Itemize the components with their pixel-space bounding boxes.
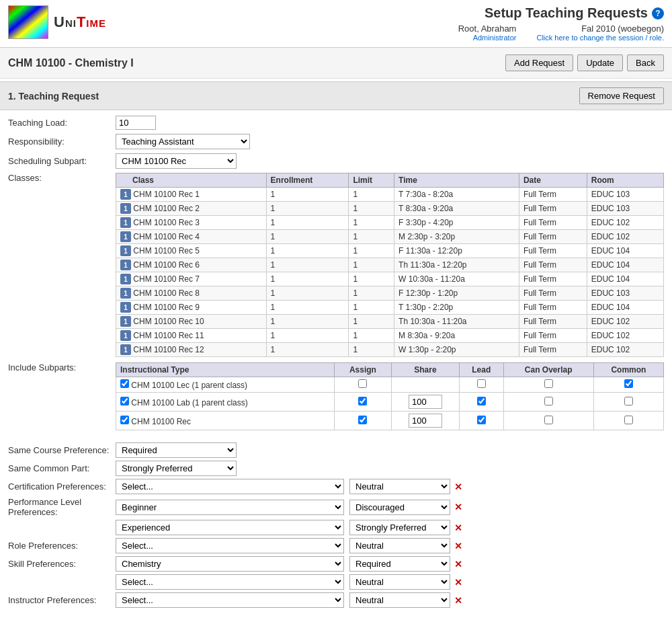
subpart-checkbox-lab[interactable] — [120, 397, 129, 405]
teaching-load-label: Teaching Load: — [8, 118, 116, 128]
subparts-table: Instructional Type Assign Share Lead Can… — [116, 362, 664, 430]
instructor-label: Instructor Preferences: — [8, 595, 116, 605]
table-row: 1 CHM 10100 Rec 10 1 1 Th 10:30a - 11:20… — [116, 315, 664, 329]
common-checkbox-lec[interactable] — [624, 379, 633, 388]
certification-left-select[interactable]: Select... — [116, 479, 344, 494]
class-num-badge[interactable]: 1 — [120, 344, 131, 355]
share-input-rec[interactable] — [409, 414, 442, 428]
remove-request-button[interactable]: Remove Request — [579, 87, 664, 104]
teaching-load-input[interactable] — [116, 116, 156, 130]
subparts-col-common: Common — [593, 363, 663, 377]
class-num-badge[interactable]: 1 — [120, 288, 131, 299]
instructor-delete-icon[interactable]: ✕ — [454, 595, 462, 606]
class-num-badge[interactable]: 1 — [120, 217, 131, 228]
time-cell: F 11:30a - 12:20p — [394, 244, 519, 258]
enrollment-cell: 1 — [266, 202, 349, 216]
class-num-badge[interactable]: 1 — [120, 189, 131, 200]
class-num-badge[interactable]: 1 — [120, 231, 131, 242]
overlap-checkbox-lab[interactable] — [544, 397, 553, 405]
class-num-badge[interactable]: 1 — [120, 245, 131, 256]
performance-delete-icon-1[interactable]: ✕ — [454, 502, 462, 512]
assign-checkbox-lab[interactable] — [358, 397, 367, 405]
same-course-label: Same Course Preference: — [8, 445, 116, 455]
skill-left-select-2[interactable]: Select... — [116, 574, 344, 590]
performance-right-select-2[interactable]: Strongly Preferred Neutral Discouraged — [349, 520, 450, 535]
skill-delete-icon-2[interactable]: ✕ — [454, 577, 462, 588]
class-num-badge[interactable]: 1 — [120, 316, 131, 327]
classes-row: Classes: Class Enrollment Limit Time Dat… — [8, 173, 664, 357]
subpart-checkbox-lec[interactable] — [120, 379, 129, 388]
performance-row-1: Performance Level Preferences: Beginner … — [8, 497, 664, 517]
time-cell: Th 10:30a - 11:20a — [394, 315, 519, 329]
session-link[interactable]: Click here to change the session / role. — [536, 34, 664, 42]
skill-right-select-2[interactable]: Neutral Required — [349, 574, 450, 590]
responsibility-select[interactable]: Teaching Assistant — [116, 134, 250, 149]
room-cell: EDUC 103 — [587, 286, 663, 301]
scheduling-subpart-row: Scheduling Subpart: CHM 10100 Rec — [8, 153, 664, 169]
performance-label: Performance Level Preferences: — [8, 497, 116, 517]
subpart-cell: CHM 10100 Lab (1 parent class) — [116, 393, 335, 412]
share-input-lab[interactable] — [409, 395, 442, 409]
same-course-select[interactable]: Required Preferred Neutral Discouraged — [116, 442, 237, 458]
header-right: Setup Teaching Requests ? Root, Abraham … — [458, 5, 664, 42]
subparts-col-assign: Assign — [334, 363, 391, 377]
date-cell: Full Term — [519, 244, 587, 258]
performance-left-select-2[interactable]: Experienced Select... — [116, 520, 344, 535]
class-num-badge[interactable]: 1 — [120, 302, 131, 313]
table-row: 1 CHM 10100 Rec 9 1 1 T 1:30p - 2:20p Fu… — [116, 301, 664, 315]
date-cell: Full Term — [519, 230, 587, 244]
subpart-checkbox-rec[interactable] — [120, 416, 129, 424]
session-name: Fal 2010 (woebegon) — [581, 24, 664, 34]
user-role: Administrator — [458, 34, 517, 42]
update-button[interactable]: Update — [577, 54, 623, 71]
add-request-button[interactable]: Add Request — [505, 54, 573, 71]
room-cell: EDUC 103 — [587, 202, 663, 216]
limit-cell: 1 — [349, 286, 394, 301]
skill-left-select-1[interactable]: Chemistry Select... — [116, 556, 344, 572]
lead-checkbox-lec[interactable] — [477, 379, 486, 388]
class-num-badge[interactable]: 1 — [120, 274, 131, 284]
same-common-select[interactable]: Strongly Preferred Preferred Neutral — [116, 461, 237, 476]
performance-left-select-1[interactable]: Beginner Select... — [116, 500, 344, 515]
subparts-col-lead: Lead — [459, 363, 503, 377]
lead-checkbox-lab[interactable] — [477, 397, 486, 405]
skill-right-select-1[interactable]: Required Neutral Preferred — [349, 556, 450, 572]
scheduling-subpart-select[interactable]: CHM 10100 Rec — [116, 153, 237, 169]
class-num-badge[interactable]: 1 — [120, 260, 131, 270]
role-left-select[interactable]: Select... — [116, 538, 344, 553]
room-cell: EDUC 102 — [587, 329, 663, 343]
subpart-row: CHM 10100 Rec — [116, 412, 664, 430]
class-num-badge[interactable]: 1 — [120, 330, 131, 341]
session-info[interactable]: Fal 2010 (woebegon) Click here to change… — [536, 24, 664, 42]
enrollment-cell: 1 — [266, 286, 349, 301]
overlap-checkbox-rec[interactable] — [544, 416, 553, 424]
common-checkbox-rec[interactable] — [624, 416, 633, 424]
class-num-badge[interactable]: 1 — [120, 203, 131, 214]
col-header-date: Date — [519, 173, 587, 188]
instructor-left-select[interactable]: Select... — [116, 592, 344, 608]
enrollment-cell: 1 — [266, 301, 349, 315]
assign-checkbox-rec[interactable] — [358, 416, 367, 424]
performance-delete-icon-2[interactable]: ✕ — [454, 522, 462, 533]
date-cell: Full Term — [519, 216, 587, 230]
room-cell: EDUC 104 — [587, 244, 663, 258]
certification-delete-icon[interactable]: ✕ — [454, 481, 462, 492]
common-checkbox-lab[interactable] — [624, 397, 633, 405]
overlap-checkbox-lec[interactable] — [544, 379, 553, 388]
skill-delete-icon-1[interactable]: ✕ — [454, 559, 462, 570]
limit-cell: 1 — [349, 343, 394, 357]
room-cell: EDUC 102 — [587, 315, 663, 329]
performance-right-select-1[interactable]: Discouraged Neutral Strongly Preferred — [349, 500, 450, 515]
classes-table: Class Enrollment Limit Time Date Room 1 … — [116, 173, 664, 357]
certification-right-select[interactable]: Neutral Required Preferred — [349, 479, 450, 494]
limit-cell: 1 — [349, 188, 394, 202]
table-row: 1 CHM 10100 Rec 2 1 1 T 8:30a - 9:20a Fu… — [116, 202, 664, 216]
class-cell: 1 CHM 10100 Rec 8 — [116, 286, 267, 301]
lead-checkbox-rec[interactable] — [477, 416, 486, 424]
role-right-select[interactable]: Neutral Required — [349, 538, 450, 553]
help-icon[interactable]: ? — [652, 7, 664, 20]
assign-checkbox-lec[interactable] — [358, 379, 367, 388]
instructor-right-select[interactable]: Neutral Required — [349, 592, 450, 608]
back-button[interactable]: Back — [627, 54, 664, 71]
role-delete-icon[interactable]: ✕ — [454, 541, 462, 551]
